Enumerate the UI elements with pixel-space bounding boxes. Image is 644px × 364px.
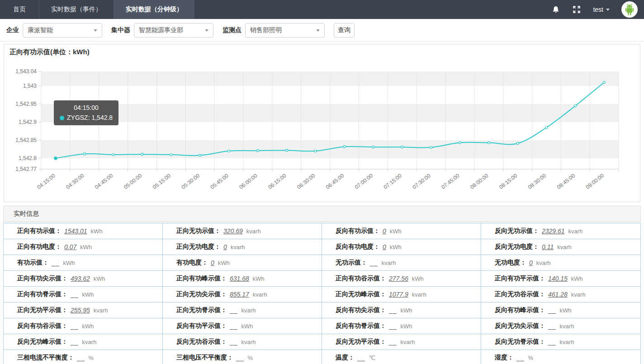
notification-bell-icon[interactable] bbox=[551, 5, 560, 14]
info-unit: kvarh bbox=[560, 323, 574, 330]
svg-text:07:15:00: 07:15:00 bbox=[383, 172, 403, 190]
info-unit: kWh bbox=[218, 260, 230, 266]
info-label: 三相电压不平衡度： bbox=[176, 354, 233, 362]
info-unit: % bbox=[528, 355, 534, 361]
info-label: 反向有功尖示值： bbox=[336, 306, 386, 314]
info-unit: kvarh bbox=[401, 339, 415, 345]
tab-realtime-event-label: 实时数据（事件） bbox=[51, 5, 102, 14]
tooltip-series-row: ZYGSZ: 1,542.8 bbox=[60, 113, 113, 123]
info-value: __ bbox=[236, 354, 244, 361]
chart-panel: 正向有功示值(单位：kWh) 1,543.041,5431,542.951,54… bbox=[4, 44, 640, 202]
monitor-point-select[interactable]: 销售部照明 bbox=[245, 23, 325, 38]
info-label: 正向无功脊示值： bbox=[176, 306, 227, 314]
svg-text:06:45:00: 06:45:00 bbox=[325, 172, 346, 190]
info-unit: kvarh bbox=[246, 228, 261, 235]
svg-text:07:30:00: 07:30:00 bbox=[411, 172, 432, 190]
info-cell: 正向无功谷示值：461.28kvarh bbox=[481, 287, 640, 303]
info-value[interactable]: 277.56 bbox=[389, 275, 408, 282]
info-value[interactable]: 320.69 bbox=[223, 227, 243, 235]
svg-text:04:45:00: 04:45:00 bbox=[94, 172, 114, 190]
query-button[interactable]: 查询 bbox=[334, 23, 355, 38]
info-value[interactable]: 255.95 bbox=[71, 307, 90, 314]
info-value[interactable]: 461.28 bbox=[548, 291, 568, 298]
info-value: __ bbox=[71, 338, 79, 345]
info-unit: kWh bbox=[63, 260, 75, 266]
info-cell: 反向无功尖示值：__kvarh bbox=[481, 318, 640, 334]
svg-text:1,543: 1,543 bbox=[23, 83, 37, 89]
info-value: __ bbox=[71, 291, 79, 298]
info-cell: 有功电度：0kWh bbox=[163, 255, 322, 271]
svg-text:07:00:00: 07:00:00 bbox=[354, 172, 374, 190]
enterprise-select[interactable]: 康派智能 bbox=[23, 23, 102, 38]
info-cell: 反向无功脊示值：__kvarh bbox=[481, 334, 640, 350]
info-label: 正向有功脊示值： bbox=[17, 290, 68, 298]
info-unit: % bbox=[248, 355, 253, 361]
tab-realtime-minute[interactable]: 实时数据（分钟级） bbox=[114, 0, 194, 19]
info-label: 正向有功示值： bbox=[17, 227, 62, 235]
info-label: 反向有功示值： bbox=[336, 227, 380, 235]
enterprise-label: 企业 bbox=[6, 26, 19, 34]
info-unit: kvarh bbox=[557, 244, 572, 251]
chevron-down-icon bbox=[606, 9, 610, 11]
tooltip-value: ZYGSZ: 1,542.8 bbox=[67, 114, 113, 121]
info-cell: 正向有功尖示值：493.62kWh bbox=[4, 271, 163, 287]
info-unit: kvarh bbox=[382, 260, 396, 266]
user-menu[interactable]: test bbox=[593, 6, 610, 13]
info-value[interactable]: 493.62 bbox=[71, 275, 90, 282]
info-value[interactable]: 2329.61 bbox=[542, 227, 565, 235]
svg-text:05:15:00: 05:15:00 bbox=[152, 172, 172, 190]
realtime-info-table: 正向有功示值：1543.01kWh正向无功示值：320.69kvarh反向有功示… bbox=[3, 223, 641, 364]
tab-home[interactable]: 首页 bbox=[0, 0, 39, 19]
info-value[interactable]: 0 bbox=[223, 243, 227, 251]
info-value[interactable]: 140.15 bbox=[548, 275, 568, 282]
info-unit: kvarh bbox=[94, 307, 108, 314]
tab-realtime-event[interactable]: 实时数据（事件） bbox=[39, 0, 114, 19]
info-label: 反向无功示值： bbox=[495, 227, 539, 235]
info-value[interactable]: 855.17 bbox=[230, 291, 249, 298]
info-cell: 反向有功电度：0kWh bbox=[322, 239, 481, 255]
top-navbar: 首页 实时数据（事件） 实时数据（分钟级） test bbox=[0, 0, 644, 19]
info-value[interactable]: 1543.01 bbox=[64, 227, 87, 235]
monitor-point-label: 监测点 bbox=[223, 26, 242, 34]
info-label: 反向有功平示值： bbox=[176, 322, 227, 330]
svg-text:1,542.8: 1,542.8 bbox=[19, 155, 37, 161]
info-unit: ℃ bbox=[369, 355, 376, 361]
svg-text:1,542.85: 1,542.85 bbox=[15, 137, 37, 143]
svg-text:04:30:00: 04:30:00 bbox=[65, 172, 85, 190]
info-unit: kWh bbox=[82, 291, 94, 298]
navbar-right: test bbox=[551, 0, 644, 19]
svg-text:08:15:00: 08:15:00 bbox=[498, 172, 519, 190]
info-cell: 反向有功脊示值：__kWh bbox=[322, 318, 481, 334]
info-value[interactable]: 1077.9 bbox=[389, 291, 408, 298]
info-value[interactable]: 0 bbox=[383, 227, 386, 235]
info-value[interactable]: 631.68 bbox=[230, 275, 249, 282]
info-cell: 反向无功示值：2329.61kvarh bbox=[481, 223, 640, 239]
info-value[interactable]: 0 bbox=[211, 259, 214, 266]
info-unit: kWh bbox=[242, 323, 253, 330]
info-unit: kWh bbox=[412, 275, 424, 282]
avatar[interactable] bbox=[621, 1, 638, 18]
realtime-info-header: 实时信息 bbox=[3, 206, 641, 222]
info-value[interactable]: 0 bbox=[383, 243, 386, 251]
svg-text:08:45:00: 08:45:00 bbox=[556, 172, 577, 190]
filter-bar: 企业 康派智能 集中器 智慧能源事业部 监测点 销售部照明 查询 bbox=[0, 19, 644, 42]
concentrator-select[interactable]: 智慧能源事业部 bbox=[134, 23, 213, 38]
info-cell: 湿度：__% bbox=[481, 350, 640, 364]
info-value[interactable]: 0.11 bbox=[542, 243, 554, 251]
info-unit: kWh bbox=[571, 275, 583, 282]
info-label: 反向无功谷示值： bbox=[176, 338, 227, 346]
info-unit: kWh bbox=[401, 307, 412, 314]
chevron-down-icon bbox=[316, 29, 320, 32]
info-cell: 反向无功电度：0.11kvarh bbox=[481, 239, 640, 255]
svg-text:1,542.9: 1,542.9 bbox=[19, 119, 37, 125]
info-label: 正向有功峰示值： bbox=[176, 274, 227, 283]
info-label: 反向有功电度： bbox=[336, 243, 380, 251]
info-cell: 正向无功示值：320.69kvarh bbox=[163, 223, 322, 239]
info-value[interactable]: 0 bbox=[529, 259, 533, 266]
info-cell: 正向无功峰示值：1077.9kvarh bbox=[322, 287, 481, 303]
concentrator-select-value: 智慧能源事业部 bbox=[139, 26, 183, 34]
info-value[interactable]: 0.07 bbox=[64, 243, 76, 251]
svg-text:09:00:00: 09:00:00 bbox=[584, 172, 605, 190]
fullscreen-icon[interactable] bbox=[572, 5, 581, 14]
info-value: __ bbox=[516, 354, 525, 361]
